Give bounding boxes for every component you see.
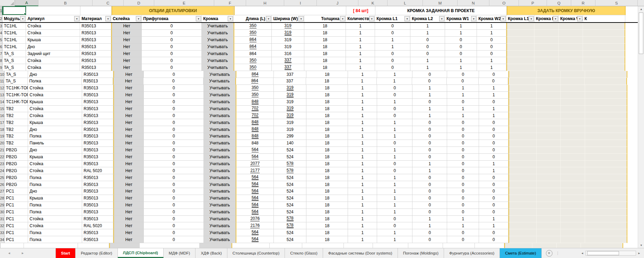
cell-C3[interactable]: R35013 [80, 23, 111, 30]
cell-R23[interactable] [561, 161, 585, 168]
hscroll-track[interactable] [585, 251, 636, 256]
cell-B1[interactable] [26, 6, 80, 15]
cell-Q30[interactable] [537, 209, 561, 216]
cell-P4[interactable] [506, 30, 534, 37]
cell-C21[interactable]: R35013 [82, 147, 113, 154]
cell-P33[interactable] [508, 229, 537, 236]
cell-S26[interactable] [585, 181, 627, 188]
cell-K16[interactable]: 1 [348, 112, 377, 119]
cell-H9[interactable]: 350 [234, 64, 272, 71]
cell-B12[interactable]: Стойка [28, 85, 82, 92]
cell-C33[interactable]: R35013 [82, 229, 113, 236]
cell-R20[interactable] [561, 140, 585, 147]
cell-M33[interactable]: 0 [412, 229, 447, 236]
cell-A33[interactable]: PC1 [5, 229, 28, 236]
cell-S23[interactable] [585, 161, 627, 168]
cell-F27[interactable]: Учитывать [204, 188, 236, 195]
cell-O3[interactable]: 1 [477, 23, 506, 30]
cell-F9[interactable]: Учитывать [202, 64, 234, 71]
cell-M9[interactable]: 1 [410, 64, 445, 71]
cell-H34[interactable]: 564 [236, 236, 274, 243]
cell-I18[interactable]: 319 [274, 126, 306, 133]
cell-I25[interactable]: 524 [274, 174, 306, 181]
cell-Q19[interactable] [537, 133, 561, 140]
cell-C29[interactable]: R35013 [82, 202, 113, 209]
cell-K8[interactable]: 1 [346, 57, 375, 64]
sheet-tab-лдсп-chipboard[interactable]: ЛДСП (Chipboard) [118, 248, 164, 258]
cell-C30[interactable]: R35013 [82, 209, 113, 216]
cell-B11[interactable]: Полка [28, 78, 82, 85]
cell-F19[interactable]: Учитывать [204, 133, 236, 140]
cell-S11[interactable] [585, 78, 627, 85]
cell-Q20[interactable] [537, 140, 561, 147]
filter-dropdown-icon[interactable]: ▼ [369, 16, 374, 21]
cell-K30[interactable]: 1 [348, 209, 377, 216]
row-number-31[interactable]: 31 [0, 216, 5, 223]
column-header-L[interactable]: Кромка L1▼ [375, 15, 410, 22]
column-letter-N[interactable]: N [458, 0, 489, 6]
cell-F24[interactable]: Учитывать [204, 167, 236, 174]
cell-I5[interactable]: 319 [272, 37, 304, 44]
cell-J25[interactable]: 18 [306, 174, 348, 181]
cell-C27[interactable]: R35013 [82, 188, 113, 195]
cell-Q21[interactable] [537, 147, 561, 154]
cell-A29[interactable]: PC1 [5, 202, 28, 209]
sheet-tab-смета-estimate[interactable]: Смета (Estimate) [500, 248, 541, 258]
cell-L21[interactable]: 1 [377, 147, 412, 154]
cell-D19[interactable]: Нет [113, 133, 144, 140]
cell-E26[interactable]: 0 [144, 181, 204, 188]
cell-M6[interactable]: 0 [410, 44, 445, 51]
cell-P23[interactable] [508, 161, 537, 168]
cell-E12[interactable]: 0 [144, 85, 204, 92]
cell-E29[interactable]: 0 [144, 202, 204, 209]
cell-O30[interactable]: 0 [479, 209, 508, 216]
cell-K9[interactable]: 1 [346, 64, 375, 71]
row-number-32[interactable]: 32 [0, 222, 5, 229]
cell-L11[interactable]: 1 [377, 78, 412, 85]
filter-dropdown-icon[interactable]: ▼ [266, 16, 271, 21]
cell-L28[interactable]: 1 [377, 195, 412, 202]
filter-dropdown-icon[interactable]: ▼ [74, 16, 79, 21]
cell-E14[interactable]: 0 [144, 99, 204, 106]
cell-A11[interactable]: TA_S [4, 78, 28, 85]
cell-I32[interactable]: 578 [274, 222, 306, 229]
cell-E20[interactable]: 0 [144, 140, 204, 147]
cell-N29[interactable]: 0 [447, 202, 479, 209]
column-header-E[interactable]: Прифуговка▼ [142, 15, 202, 22]
cell-A7[interactable]: TA_S [2, 51, 26, 57]
filter-dropdown-icon[interactable]: ▼ [501, 16, 506, 21]
cell-R10[interactable] [561, 71, 585, 78]
cell-B30[interactable]: Полка [28, 209, 82, 216]
cell-S34[interactable] [585, 236, 627, 243]
scroll-down-icon[interactable]: ▼ [638, 242, 644, 248]
cell-E23[interactable]: 0 [144, 161, 204, 168]
row-number-4[interactable]: 4 [0, 30, 2, 37]
column-header-N[interactable]: Кромка W1▼ [445, 15, 477, 22]
cell-S31[interactable] [585, 216, 627, 223]
cell-J16[interactable]: 18 [306, 112, 348, 119]
cell-L23[interactable]: 0 [377, 161, 412, 168]
cell-N11[interactable]: 0 [447, 78, 479, 85]
cell-I17[interactable]: 319 [274, 119, 306, 126]
cell-E5[interactable]: 0 [142, 37, 202, 44]
filter-dropdown-icon[interactable]: ▼ [471, 16, 476, 21]
cell-H10[interactable]: 864 [236, 71, 274, 78]
cell-Q27[interactable] [537, 188, 561, 195]
cell-R34[interactable] [561, 236, 585, 243]
cell-I24[interactable]: 578 [274, 167, 306, 174]
cell-R7[interactable] [559, 51, 583, 57]
cell-K14[interactable]: 1 [348, 99, 377, 106]
cell-H17[interactable]: 848 [236, 119, 274, 126]
cell-C31[interactable]: R35013 [82, 216, 113, 223]
cell-M24[interactable]: 1 [412, 167, 447, 174]
cell-M34[interactable]: 0 [412, 236, 447, 243]
cell-B16[interactable]: Стойка [28, 112, 82, 119]
cell-E11[interactable]: 0 [143, 78, 203, 85]
cell-L15[interactable]: 0 [377, 106, 412, 113]
column-letter-C[interactable]: C [93, 0, 124, 6]
cell-Q5[interactable] [534, 37, 559, 44]
column-header-D[interactable]: Склейка▼ [111, 15, 142, 22]
cell-J19[interactable]: 18 [306, 133, 348, 140]
sheet-tab-start[interactable]: Start [55, 248, 76, 258]
cell-K21[interactable]: 1 [348, 147, 377, 154]
